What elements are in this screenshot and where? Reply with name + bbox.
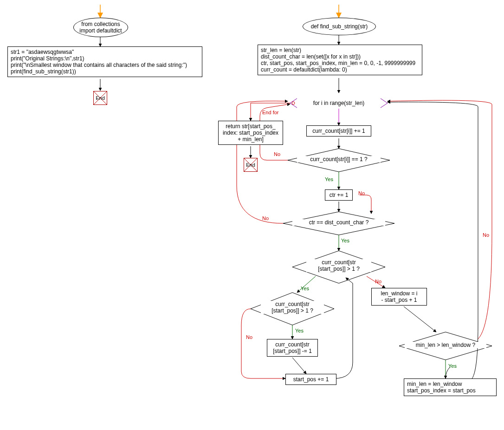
node-text: curr_count[str [start_pos]] > 1 ? xyxy=(318,259,360,272)
node-dec4: curr_count[str [start_pos]] > 1 ? xyxy=(261,301,324,314)
label-yes: Yes xyxy=(301,286,309,291)
node-text: start_pos += 1 xyxy=(293,376,329,383)
node-start-pos-inc: start_pos += 1 xyxy=(285,374,336,385)
label-no: No xyxy=(274,151,280,157)
node-text: ctr == dist_count_char ? xyxy=(309,219,369,226)
node-text: curr_count[str [start_pos]] > 1 ? xyxy=(271,301,313,314)
node-for-loop: for i in range(str_len) xyxy=(297,98,381,109)
node-dec5: min_len > len_window ? xyxy=(405,342,486,348)
end-label: End xyxy=(246,162,255,168)
node-text: for i in range(str_len) xyxy=(313,100,365,106)
label-no: No xyxy=(262,215,269,221)
node-text: return str[start_pos_ index: start_pos_i… xyxy=(223,123,278,143)
svg-point-7 xyxy=(292,102,295,104)
node-text: curr_count[str[i]] += 1 xyxy=(312,128,365,134)
label-end-for: End for xyxy=(262,110,278,115)
node-text: str1 = "asdaewsqgtwwsa" print("Original … xyxy=(11,49,187,75)
node-main-body: str1 = "asdaewsqgtwwsa" print("Original … xyxy=(7,46,202,77)
node-text: len_window = i - start_pos + 1 xyxy=(381,290,417,303)
node-text: str_len = len(str) dist_count_char = len… xyxy=(261,47,415,73)
node-end-main: End xyxy=(93,91,107,105)
node-len-window: len_window = i - start_pos + 1 xyxy=(371,288,427,306)
node-end-func: End xyxy=(244,158,258,172)
label-yes: Yes xyxy=(295,328,304,333)
node-dec3: curr_count[str [start_pos]] > 1 ? xyxy=(306,259,371,272)
node-text: curr_count[str[i]] == 1 ? xyxy=(310,156,367,163)
node-import: from collections import defaultdict xyxy=(73,18,128,37)
node-def: def find_sub_string(str) xyxy=(303,18,376,35)
node-text: from collections import defaultdict xyxy=(79,21,122,34)
node-text: min_len = len_window start_pos_index = s… xyxy=(407,381,476,394)
label-no: No xyxy=(358,190,365,196)
node-dec2: ctr == dist_count_char ? xyxy=(292,219,385,226)
node-text: curr_count[str [start_pos]] -= 1 xyxy=(273,341,312,354)
node-text: ctr += 1 xyxy=(330,192,349,198)
label-no: No xyxy=(375,279,381,284)
node-assign-min: min_len = len_window start_pos_index = s… xyxy=(404,378,497,396)
node-dec1: curr_count[str[i]] == 1 ? xyxy=(297,156,381,163)
label-no: No xyxy=(483,232,489,238)
end-label: End xyxy=(96,95,105,101)
node-init: str_len = len(str) dist_count_char = len… xyxy=(258,45,422,75)
node-return: return str[start_pos_ index: start_pos_i… xyxy=(218,121,283,145)
label-yes: Yes xyxy=(341,238,349,243)
node-ctr-inc: ctr += 1 xyxy=(325,189,353,201)
node-text: min_len > len_window ? xyxy=(416,342,475,348)
label-yes: Yes xyxy=(325,176,333,182)
svg-line-19 xyxy=(292,358,306,374)
node-curr-count-inc: curr_count[str[i]] += 1 xyxy=(306,125,371,137)
node-text: def find_sub_string(str) xyxy=(311,23,368,30)
label-no: No xyxy=(246,334,252,340)
label-yes: Yes xyxy=(448,363,457,369)
node-curr-count-dec: curr_count[str [start_pos]] -= 1 xyxy=(267,339,318,357)
